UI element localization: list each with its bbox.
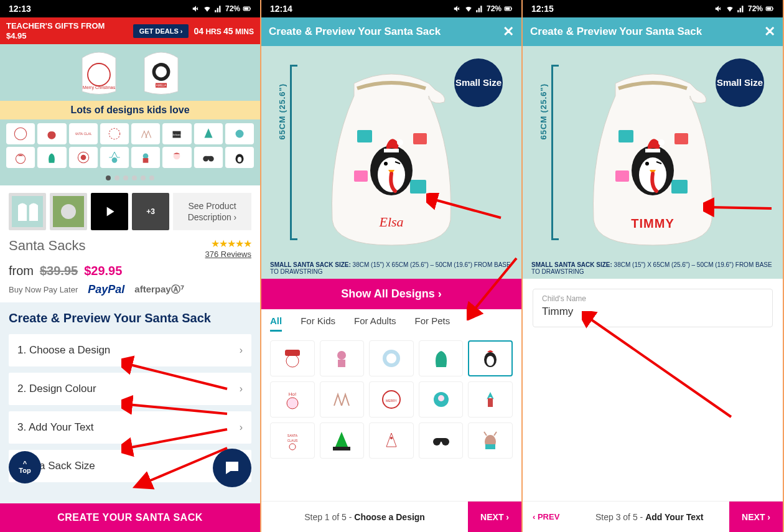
mini-design[interactable] (6, 147, 35, 168)
design-option[interactable] (419, 422, 464, 459)
preview-area: 65CM (25.6") Small Size Elsa (261, 46, 521, 258)
mini-design[interactable] (131, 123, 160, 144)
design-option[interactable]: MERRY (369, 381, 414, 418)
design-option[interactable] (419, 340, 464, 376)
svg-point-12 (109, 129, 119, 139)
screen-2-choose-design: 12:14 72% Create & Preview Your Santa Sa… (261, 0, 521, 532)
mini-design[interactable]: Delivery (162, 123, 191, 144)
svg-rect-2 (250, 8, 251, 9)
scroll-top-button[interactable]: ^ Top (9, 451, 41, 483)
mini-design[interactable] (100, 147, 129, 168)
step-choose-design[interactable]: 1. Choose a Design› (9, 334, 251, 366)
show-all-designs-button[interactable]: Show All Designs › (261, 279, 521, 309)
svg-rect-76 (618, 130, 633, 142)
svg-rect-38 (357, 130, 372, 142)
hero-sack-1: Merry Christmas (71, 47, 127, 97)
media-thumb-2[interactable] (50, 193, 87, 230)
tab-all[interactable]: All (270, 315, 282, 332)
dot[interactable] (106, 175, 111, 180)
mini-design[interactable] (131, 147, 160, 168)
height-label: 65CM (25.6") (278, 83, 287, 139)
mini-design[interactable] (225, 147, 254, 168)
mini-design[interactable] (162, 147, 191, 168)
dot[interactable] (123, 175, 128, 180)
tab-pets[interactable]: For Pets (415, 315, 450, 332)
step-design-colour[interactable]: 2. Design Colour› (9, 373, 251, 405)
size-badge: Small Size (454, 58, 503, 107)
svg-rect-25 (205, 156, 211, 159)
design-option[interactable] (320, 340, 365, 376)
get-deals-button[interactable]: GET DEALS › (133, 24, 189, 38)
design-option-selected[interactable] (468, 340, 513, 376)
svg-rect-77 (615, 170, 629, 182)
mini-design[interactable] (194, 123, 223, 144)
mini-design[interactable] (37, 123, 66, 144)
design-option[interactable] (270, 340, 315, 376)
dot[interactable] (149, 175, 154, 180)
dot[interactable] (132, 175, 137, 180)
prev-button[interactable]: ‹ PREV (523, 512, 569, 521)
svg-rect-83 (645, 149, 660, 152)
svg-point-65 (390, 437, 393, 439)
media-thumb-1[interactable] (9, 193, 46, 230)
dot[interactable] (141, 175, 146, 180)
modal-header: Create & Preview Your Santa Sack ✕ (261, 17, 521, 46)
svg-rect-45 (384, 149, 399, 152)
see-description-button[interactable]: See Product Description › (173, 193, 251, 230)
svg-rect-37 (511, 8, 512, 9)
step-add-text[interactable]: 3. Add Your Text› (9, 411, 251, 444)
wifi-icon (203, 4, 212, 13)
signal-icon (737, 4, 745, 13)
svg-point-15 (235, 130, 243, 138)
clock: 12:14 (270, 4, 292, 14)
battery-text: 72% (748, 4, 763, 13)
svg-text:SANTA: SANTA (287, 434, 298, 437)
reviews-link[interactable]: 376 Reviews (205, 250, 251, 259)
next-button[interactable]: NEXT › (468, 502, 521, 532)
design-option[interactable] (468, 422, 513, 459)
media-more-thumb[interactable]: +3 (132, 193, 169, 230)
design-option[interactable] (419, 381, 464, 418)
status-bar: 12:14 72% (261, 0, 521, 17)
close-icon[interactable]: ✕ (503, 24, 514, 40)
svg-point-10 (48, 131, 56, 139)
close-icon[interactable]: ✕ (764, 24, 775, 40)
design-option[interactable]: Ho! (270, 381, 315, 418)
next-button[interactable]: NEXT › (729, 502, 783, 532)
bnpl-label: Buy Now Pay Later (9, 285, 78, 294)
svg-rect-74 (767, 7, 771, 10)
wifi-icon (726, 4, 734, 13)
dot[interactable] (114, 175, 119, 180)
chat-button[interactable] (213, 449, 251, 487)
preview-area: 65CM (25.6") Small Size TIMMY (523, 46, 783, 258)
svg-point-63 (289, 444, 296, 450)
price-row: from $39.95 $29.95 (0, 261, 260, 281)
media-video-thumb[interactable] (91, 193, 128, 230)
tab-kids[interactable]: For Kids (301, 315, 335, 332)
clock: 12:15 (531, 4, 554, 14)
svg-text:Merry Christmas: Merry Christmas (83, 85, 116, 90)
design-option[interactable] (320, 422, 365, 459)
mini-design[interactable] (37, 147, 66, 168)
steps-title: Create & Preview Your Santa Sack (9, 311, 251, 325)
mini-design[interactable]: SANTA CLAUS (69, 123, 98, 144)
name-input[interactable]: Child's Name Timmy (533, 289, 773, 327)
mini-design[interactable] (6, 123, 35, 144)
design-option[interactable] (320, 381, 365, 418)
create-cta-button[interactable]: CREATE YOUR SANTA SACK (0, 503, 260, 532)
mini-design[interactable] (225, 123, 254, 144)
design-option[interactable]: SANTACLAUS (270, 422, 315, 459)
mini-design[interactable] (69, 147, 98, 168)
mute-icon (453, 4, 462, 13)
design-option[interactable] (369, 422, 414, 459)
rating-block: ★★★★★ 376 Reviews (205, 238, 251, 259)
design-option[interactable] (369, 340, 414, 376)
design-option[interactable] (468, 381, 513, 418)
footer-nav: Step 1 of 5 - Choose a Design NEXT › (261, 501, 521, 532)
mini-design[interactable] (100, 123, 129, 144)
mini-design[interactable] (194, 147, 223, 168)
stars-icon: ★★★★★ (205, 238, 251, 250)
svg-point-44 (384, 162, 388, 166)
name-panel: Child's Name Timmy (523, 279, 783, 501)
tab-adults[interactable]: For Adults (354, 315, 396, 332)
